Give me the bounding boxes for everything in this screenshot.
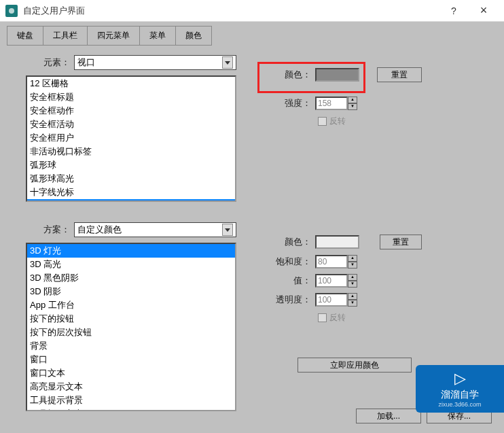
saturation-spinner[interactable]: ▲▼ xyxy=(315,255,357,269)
list-item[interactable]: 安全框动作 xyxy=(27,104,235,118)
scheme-combo[interactable]: 自定义颜色 xyxy=(74,222,236,237)
list-item[interactable]: 3D 高光 xyxy=(27,258,235,271)
checkbox-icon xyxy=(318,117,327,126)
list-item[interactable]: 12 区栅格 xyxy=(27,77,235,90)
reset-button-lower[interactable]: 重置 xyxy=(380,235,422,249)
list-item[interactable]: 非活动视口标签 xyxy=(27,145,235,158)
list-item[interactable]: 安全框用户 xyxy=(27,131,235,145)
list-item[interactable]: 安全框标题 xyxy=(27,90,235,104)
titlebar: 自定义用户界面 ? × xyxy=(0,0,504,22)
color-swatch-lower[interactable] xyxy=(315,235,359,249)
transparency-input[interactable] xyxy=(315,293,348,307)
invert-checkbox-upper[interactable]: 反转 xyxy=(318,116,492,127)
list-item-selected[interactable]: 视口背景 xyxy=(27,199,235,202)
element-label: 元素： xyxy=(12,56,70,69)
window-title: 自定义用户界面 xyxy=(23,5,439,17)
saturation-label: 饱和度： xyxy=(264,256,311,268)
element-combo[interactable]: 视口 xyxy=(74,55,236,70)
tab-color[interactable]: 颜色 xyxy=(175,26,212,46)
scheme-listbox[interactable]: 3D 灯光 3D 高光 3D 黑色阴影 3D 阴影 App 工作台 按下的按钮 … xyxy=(26,243,236,411)
svg-point-0 xyxy=(9,8,14,14)
spinner-up-icon[interactable]: ▲ xyxy=(348,97,357,103)
list-item[interactable]: 弧形球高光 xyxy=(27,172,235,186)
tab-bar: 键盘 工具栏 四元菜单 菜单 颜色 xyxy=(0,22,504,46)
chevron-down-icon xyxy=(222,224,233,236)
apply-now-button[interactable]: 立即应用颜色 xyxy=(298,358,412,373)
checkbox-icon xyxy=(318,313,327,322)
list-item[interactable]: 按下的按钮 xyxy=(27,312,235,326)
list-item[interactable]: 安全框活动 xyxy=(27,118,235,131)
spinner-up-icon[interactable]: ▲ xyxy=(348,255,357,262)
spinner-up-icon[interactable]: ▲ xyxy=(348,293,357,300)
chevron-down-icon xyxy=(222,56,233,69)
list-item[interactable]: 十字线光标 xyxy=(27,186,235,199)
transparency-spinner[interactable]: ▲▼ xyxy=(315,293,357,307)
watermark: ▷ 溜溜自学 zixue.3d66.com xyxy=(416,365,504,413)
value-label: 值： xyxy=(264,275,311,287)
spinner-down-icon[interactable]: ▼ xyxy=(348,281,357,288)
intensity-spinner[interactable]: ▲ ▼ xyxy=(315,97,357,110)
spinner-down-icon[interactable]: ▼ xyxy=(348,262,357,269)
list-item[interactable]: 工具提示背景 xyxy=(27,394,235,407)
app-icon xyxy=(5,5,18,17)
tab-menu[interactable]: 菜单 xyxy=(139,26,176,46)
color-label-upper: 颜色： xyxy=(264,69,311,81)
tab-keyboard[interactable]: 键盘 xyxy=(7,26,43,46)
invert-checkbox-lower[interactable]: 反转 xyxy=(318,312,492,324)
saturation-input[interactable] xyxy=(315,255,348,269)
list-item[interactable]: 按下的层次按钮 xyxy=(27,326,235,339)
transparency-label: 透明度： xyxy=(264,294,311,306)
watermark-brand: 溜溜自学 xyxy=(441,389,479,401)
list-item[interactable]: 背景 xyxy=(27,339,235,353)
reset-button-upper[interactable]: 重置 xyxy=(377,67,422,82)
spinner-down-icon[interactable]: ▼ xyxy=(348,300,357,307)
spinner-down-icon[interactable]: ▼ xyxy=(348,103,357,110)
list-item-selected[interactable]: 3D 灯光 xyxy=(27,244,235,258)
elements-listbox[interactable]: 12 区栅格 安全框标题 安全框动作 安全框活动 安全框用户 非活动视口标签 弧… xyxy=(26,75,236,202)
intensity-label: 强度： xyxy=(264,97,311,109)
list-item[interactable]: 窗口文本 xyxy=(27,366,235,380)
spinner-up-icon[interactable]: ▲ xyxy=(348,274,357,281)
play-icon: ▷ xyxy=(454,370,466,387)
list-item[interactable]: 窗口 xyxy=(27,353,235,366)
list-item[interactable]: 弧形球 xyxy=(27,158,235,172)
value-spinner[interactable]: ▲▼ xyxy=(315,274,357,288)
close-button[interactable]: × xyxy=(469,1,499,21)
list-item[interactable]: 3D 阴影 xyxy=(27,285,235,298)
intensity-input[interactable] xyxy=(315,97,348,110)
tab-quadmenu[interactable]: 四元菜单 xyxy=(87,26,140,46)
load-button[interactable]: 加载... xyxy=(356,409,421,423)
list-item[interactable]: 工具提示文本 xyxy=(27,407,235,411)
help-button[interactable]: ? xyxy=(439,1,469,21)
list-item[interactable]: 高亮显示文本 xyxy=(27,380,235,394)
color-swatch-upper[interactable] xyxy=(315,68,359,82)
upper-section: 元素： 视口 12 区栅格 安全框标题 安全框动作 安全框活动 安全框用户 非活… xyxy=(12,55,492,202)
list-item[interactable]: 3D 黑色阴影 xyxy=(27,271,235,285)
scheme-label: 方案： xyxy=(12,224,70,236)
value-input[interactable] xyxy=(315,274,348,288)
watermark-url: zixue.3d66.com xyxy=(438,401,481,408)
color-label-lower: 颜色： xyxy=(264,236,311,248)
list-item[interactable]: App 工作台 xyxy=(27,298,235,312)
tab-toolbar[interactable]: 工具栏 xyxy=(43,26,88,46)
